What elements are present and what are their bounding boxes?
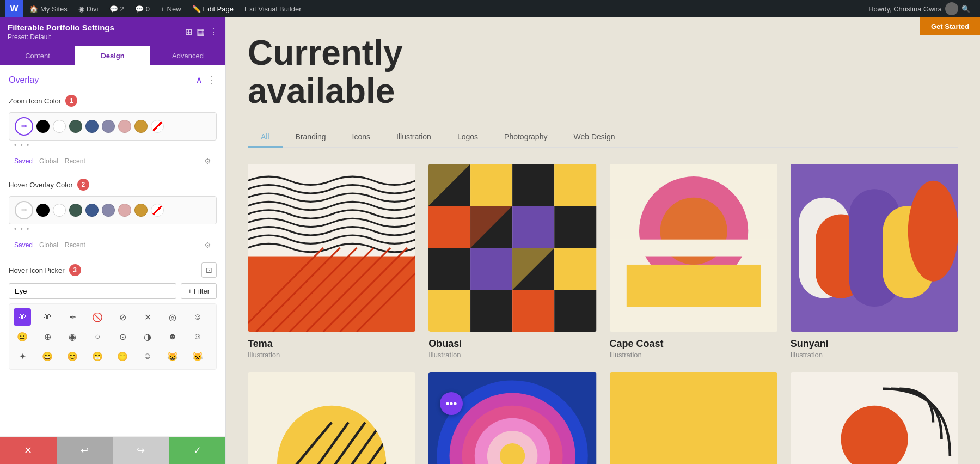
portfolio-item-obuasi[interactable]: Obuasi Illustration [428, 164, 596, 359]
admin-divi[interactable]: ◉ Divi [74, 0, 103, 17]
icon-cell-eye2[interactable]: ◉ [64, 328, 81, 345]
admin-new[interactable]: + New [156, 0, 186, 17]
panel-icon-layout[interactable]: ▦ [197, 27, 205, 37]
portfolio-item-tema[interactable]: Tema Illustration [248, 164, 415, 359]
icon-cell-syringe[interactable]: ✒ [64, 308, 81, 326]
filter-tab-photography[interactable]: Photography [491, 127, 560, 148]
portfolio-item-takoradi[interactable]: Takoradi Illustration [428, 372, 596, 464]
filter-tab-logos[interactable]: Logos [444, 127, 491, 148]
zoom-settings-icon[interactable]: ⚙ [204, 157, 211, 166]
zoom-global[interactable]: Global [39, 157, 58, 165]
hover-color-eyedropper[interactable]: ✏ [15, 201, 33, 219]
zoom-recent[interactable]: Recent [65, 157, 85, 165]
icon-cell-smile4[interactable]: 😄 [39, 347, 56, 365]
wp-logo[interactable]: W [5, 0, 23, 17]
icon-search-input[interactable] [9, 283, 176, 299]
portfolio-item-ashaiman[interactable]: Ashaiman Illustration [248, 372, 415, 464]
icon-cell-smile3[interactable]: ☺ [189, 328, 206, 345]
tab-design[interactable]: Design [75, 46, 150, 65]
save-button[interactable]: ✓ [169, 437, 226, 464]
filter-tab-branding[interactable]: Branding [283, 127, 339, 148]
hover-badge: 2 [77, 179, 89, 191]
color-swatch-black[interactable] [36, 120, 50, 133]
item-name-cape-coast: Cape Coast [610, 338, 777, 350]
hover-saved[interactable]: Saved [14, 241, 33, 249]
icon-cell-dot-circle[interactable]: ⊙ [114, 328, 131, 345]
hover-swatch-green[interactable] [69, 204, 82, 217]
tab-advanced[interactable]: Advanced [150, 46, 225, 65]
panel-icon-window[interactable]: ⊞ [185, 27, 192, 37]
cta-bar[interactable]: Get Started [920, 17, 980, 35]
panel-preset[interactable]: Preset: Default [8, 33, 114, 41]
admin-my-sites[interactable]: 🏠 My Sites [25, 0, 72, 17]
redo-button[interactable]: ↪ [113, 437, 169, 464]
color-swatch-lavender[interactable] [102, 120, 115, 133]
hover-swatch-pink[interactable] [118, 204, 131, 217]
cancel-icon: ✕ [24, 444, 32, 456]
icon-filter-button[interactable]: + Filter [181, 283, 217, 299]
icon-cell-smile6[interactable]: 😁 [89, 347, 106, 365]
panel-icon-menu[interactable]: ⋮ [209, 27, 218, 37]
admin-edit-page[interactable]: ✏️ Edit Page [188, 0, 238, 17]
hover-swatch-white[interactable] [53, 204, 66, 217]
hover-recent[interactable]: Recent [65, 241, 85, 249]
portfolio-item-tamale[interactable]: Tamale Illustration [791, 372, 958, 464]
icon-cell-cross[interactable]: ⊕ [39, 328, 56, 345]
filter-tab-icons[interactable]: Icons [339, 127, 383, 148]
icon-capture-button[interactable]: ⊡ [201, 262, 217, 278]
portfolio-thumb-sunyani [791, 164, 958, 332]
hover-global[interactable]: Global [39, 241, 58, 249]
icon-cell-face1[interactable]: 😐 [14, 328, 31, 345]
icon-cell-smile1[interactable]: ☺ [189, 308, 206, 326]
icon-cell-eye-filled[interactable]: 👁 [14, 308, 31, 326]
icon-cell-smile2[interactable]: ☻ [164, 328, 181, 345]
portfolio-item-sunyani[interactable]: Sunyani Illustration [791, 164, 958, 359]
hover-swatch-blue[interactable] [85, 204, 99, 217]
icon-cell-moon[interactable]: ◑ [139, 328, 156, 345]
hover-icon-picker-section: Hover Icon Picker 3 ⊡ + Filter 👁 👁 ✒ 🚫 ⊘… [9, 262, 217, 370]
portfolio-item-sekondi[interactable]: Sekondi Illustration [610, 372, 777, 464]
filter-tab-all[interactable]: All [248, 127, 283, 148]
floating-dots-button[interactable]: ••• [440, 392, 463, 415]
color-swatch-gold[interactable] [134, 120, 148, 133]
color-swatch-blue[interactable] [85, 120, 99, 133]
svg-rect-26 [554, 290, 596, 332]
icon-cell-circle[interactable]: ○ [89, 328, 106, 345]
color-swatch-green[interactable] [69, 120, 82, 133]
search-icon[interactable]: 🔍 [961, 5, 970, 13]
zoom-color-eyedropper[interactable]: ✏ [15, 117, 33, 136]
admin-comment2[interactable]: 💬 0 [131, 0, 154, 17]
icon-cell-eye-x[interactable]: ✕ [139, 308, 156, 326]
tab-content[interactable]: Content [0, 46, 75, 65]
zoom-saved[interactable]: Saved [14, 157, 33, 165]
portfolio-item-cape-coast[interactable]: Cape Coast Illustration [610, 164, 777, 359]
hover-settings-icon[interactable]: ⚙ [204, 241, 211, 249]
icon-cell-eye[interactable]: 👁 [39, 308, 56, 326]
icon-cell-target[interactable]: ◎ [164, 308, 181, 326]
icon-cell-smile8[interactable]: 😸 [164, 347, 181, 365]
hover-swatch-lavender[interactable] [102, 204, 115, 217]
svg-rect-19 [428, 248, 470, 290]
color-swatch-pink[interactable] [118, 120, 131, 133]
undo-button[interactable]: ↩ [57, 437, 113, 464]
icon-cell-smile7[interactable]: ☺ [139, 347, 156, 365]
hover-swatch-none[interactable] [151, 204, 164, 217]
icon-cell-eye-slash[interactable]: 🚫 [89, 308, 106, 326]
admin-comments[interactable]: 💬 2 [105, 0, 128, 17]
icon-cell-smile5[interactable]: 😊 [64, 347, 81, 365]
cancel-button[interactable]: ✕ [0, 437, 57, 464]
hover-swatch-gold[interactable] [134, 204, 148, 217]
section-collapse-icon[interactable]: ∧ [195, 74, 203, 86]
icon-cell-smile9[interactable]: 😺 [189, 347, 206, 365]
icon-cell-eye-slash2[interactable]: ⊘ [114, 308, 131, 326]
icon-cell-star[interactable]: ✦ [14, 347, 31, 365]
section-menu-icon[interactable]: ⋮ [207, 74, 217, 86]
filter-tab-webdesign[interactable]: Web Design [560, 127, 628, 148]
color-swatch-none[interactable] [151, 120, 164, 133]
hover-swatch-black[interactable] [36, 204, 50, 217]
filter-tab-illustration[interactable]: Illustration [383, 127, 444, 148]
color-swatch-white[interactable] [53, 120, 66, 133]
admin-exit-vb[interactable]: Exit Visual Builder [240, 0, 306, 17]
icon-cell-neutral1[interactable]: 😑 [114, 347, 131, 365]
portfolio-main-title: Currentlyavailable [248, 34, 958, 111]
